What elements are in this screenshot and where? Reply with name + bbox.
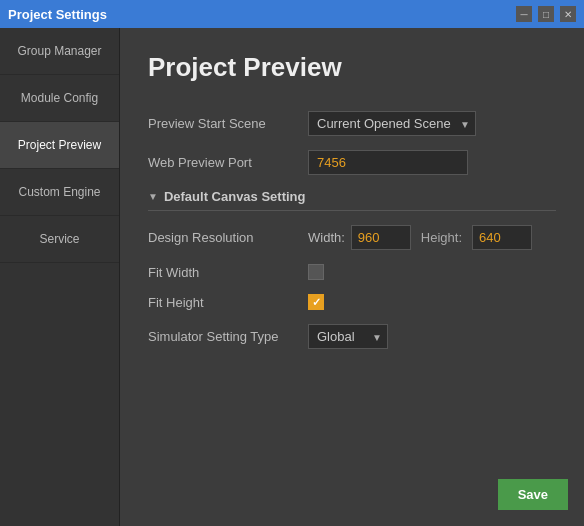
save-button[interactable]: Save: [498, 479, 568, 510]
content-area: Project Preview Preview Start Scene Curr…: [120, 28, 584, 526]
title-bar-controls: ─ □ ✕: [516, 6, 576, 22]
fit-height-checkbox[interactable]: [308, 294, 324, 310]
preview-start-scene-label: Preview Start Scene: [148, 116, 308, 131]
minimize-button[interactable]: ─: [516, 6, 532, 22]
triangle-icon: ▼: [148, 191, 158, 202]
fit-height-row: Fit Height: [148, 294, 556, 310]
width-input[interactable]: [351, 225, 411, 250]
fit-width-label: Fit Width: [148, 265, 308, 280]
design-resolution-label: Design Resolution: [148, 230, 308, 245]
sidebar-item-module-config[interactable]: Module Config: [0, 75, 119, 122]
preview-start-scene-select[interactable]: Current Opened Scene: [308, 111, 476, 136]
title-bar: Project Settings ─ □ ✕: [0, 0, 584, 28]
fit-height-label: Fit Height: [148, 295, 308, 310]
web-preview-port-row: Web Preview Port: [148, 150, 556, 175]
default-canvas-section-header: ▼ Default Canvas Setting: [148, 189, 556, 211]
sidebar-item-group-manager[interactable]: Group Manager: [0, 28, 119, 75]
main-layout: Group Manager Module Config Project Prev…: [0, 28, 584, 526]
sidebar-item-custom-engine[interactable]: Custom Engine: [0, 169, 119, 216]
simulator-dropdown-wrapper: Global: [308, 324, 388, 349]
sidebar-item-service[interactable]: Service: [0, 216, 119, 263]
default-canvas-label: Default Canvas Setting: [164, 189, 306, 204]
preview-start-scene-dropdown-wrapper: Current Opened Scene: [308, 111, 476, 136]
maximize-button[interactable]: □: [538, 6, 554, 22]
design-resolution-row: Design Resolution Width: Height:: [148, 225, 556, 250]
height-input[interactable]: [472, 225, 532, 250]
save-button-container: Save: [498, 479, 568, 510]
design-resolution-inputs: Width: Height:: [308, 225, 532, 250]
close-button[interactable]: ✕: [560, 6, 576, 22]
simulator-setting-type-row: Simulator Setting Type Global: [148, 324, 556, 349]
width-label: Width:: [308, 230, 345, 245]
simulator-setting-type-select[interactable]: Global: [308, 324, 388, 349]
page-title: Project Preview: [148, 52, 556, 83]
web-preview-port-label: Web Preview Port: [148, 155, 308, 170]
title-bar-title: Project Settings: [8, 7, 107, 22]
preview-start-scene-row: Preview Start Scene Current Opened Scene: [148, 111, 556, 136]
simulator-setting-type-label: Simulator Setting Type: [148, 329, 308, 344]
sidebar-item-project-preview[interactable]: Project Preview: [0, 122, 119, 169]
fit-width-row: Fit Width: [148, 264, 556, 280]
sidebar: Group Manager Module Config Project Prev…: [0, 28, 120, 526]
fit-width-checkbox[interactable]: [308, 264, 324, 280]
web-preview-port-input[interactable]: [308, 150, 468, 175]
height-label: Height:: [421, 230, 462, 245]
